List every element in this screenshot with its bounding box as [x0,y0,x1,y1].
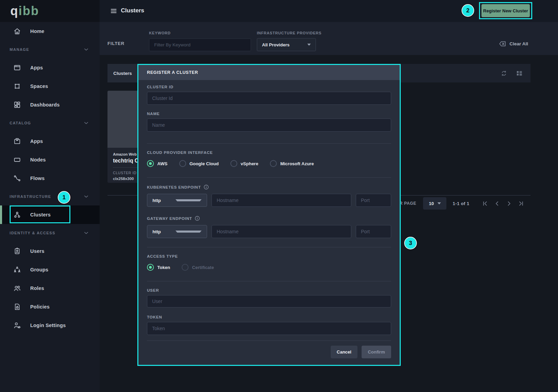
tab-clusters[interactable]: Clusters [107,64,138,82]
cloud-provider-label: CLOUD PROVIDER INTERFACE [147,150,391,155]
annotation-step-1: 1 [58,191,70,204]
gateway-port-input[interactable] [356,225,391,238]
sidebar-item-home[interactable]: Home [0,22,100,41]
sidebar-item-label: Home [30,29,44,34]
radio-label: Token [157,265,170,270]
name-field-label: NAME [147,112,391,116]
sidebar: qibb Home MANAGE Apps Spaces Dashboards … [0,0,100,392]
sidebar-item-apps-manage[interactable]: Apps [0,58,100,77]
radio-aws[interactable]: AWS [147,160,168,167]
providers-label: INFRASTRUCTURE PROVIDERS [257,31,322,35]
sidebar-item-clusters[interactable]: Clusters [0,205,100,224]
sidebar-section-infrastructure[interactable]: INFRASTRUCTURE [0,188,100,205]
protocol-value: http [152,229,175,234]
name-input[interactable] [147,119,391,132]
confirm-button-disabled[interactable]: Confirm [362,346,391,358]
sidebar-item-label: Roles [30,285,44,291]
gateway-endpoint-label: GATEWAY ENDPOINT [147,216,391,221]
kubernetes-endpoint-label-text: KUBERNETES ENDPOINT [147,185,201,189]
filter-bar: FILTER KEYWORD INFRASTRUCTURE PROVIDERS … [100,22,558,55]
sidebar-item-nodes[interactable]: Nodes [0,150,100,169]
protocol-value: http [152,198,175,203]
modal-footer: Cancel Confirm [147,340,391,358]
sidebar-item-groups[interactable]: Groups [0,260,100,279]
sidebar-item-label: Users [30,248,44,254]
sidebar-item-apps-catalog[interactable]: Apps [0,132,100,150]
radio-unselected-icon [230,160,237,167]
kubernetes-hostname-input[interactable] [212,194,351,207]
nodes-icon [13,156,21,164]
token-input[interactable] [147,322,391,335]
last-page-icon[interactable] [518,200,524,207]
topbar: Clusters Register New Cluster [100,0,558,22]
sidebar-section-manage[interactable]: MANAGE [0,41,100,58]
chevron-down-icon [83,46,89,53]
gateway-protocol-dropdown[interactable]: http [147,225,207,238]
radio-unselected-icon [179,160,186,167]
user-input[interactable] [147,295,391,307]
sidebar-item-login-settings[interactable]: Login Settings [0,316,100,335]
sidebar-item-roles[interactable]: Roles [0,279,100,298]
radio-label: Google Cloud [190,161,219,166]
info-icon[interactable] [204,184,209,190]
kubernetes-port-input[interactable] [356,194,391,207]
user-badge-icon [13,247,21,255]
register-new-cluster-button[interactable]: Register New Cluster [481,4,530,17]
per-page-dropdown[interactable]: 10 [423,197,446,210]
sidebar-item-policies[interactable]: Policies [0,298,100,316]
radio-microsoft-azure[interactable]: Microsoft Azure [270,160,314,167]
providers-dropdown[interactable]: All Providers [257,38,316,51]
modal-title: REGISTER A CLUSTER [147,70,198,75]
radio-token[interactable]: Token [147,264,170,271]
section-divider [147,247,391,247]
home-icon [13,27,21,35]
sidebar-item-label: Policies [30,304,49,310]
dashboards-icon [13,101,21,109]
clear-all-button[interactable]: Clear All [499,41,528,47]
chevron-down-icon [83,193,89,200]
policy-lock-document-icon [13,303,21,311]
sidebar-item-dashboards[interactable]: Dashboards [0,96,100,114]
kubernetes-endpoint-row: http [147,194,391,207]
caret-down-icon [307,44,311,46]
radio-label: vSphere [241,161,258,166]
sidebar-item-label: Apps [30,65,43,70]
first-page-icon[interactable] [482,200,488,207]
radio-google-cloud[interactable]: Google Cloud [179,160,219,167]
next-page-icon[interactable] [506,200,512,207]
gateway-hostname-input[interactable] [212,225,351,238]
grid-list-view-icon[interactable] [516,70,523,77]
radio-vsphere[interactable]: vSphere [230,160,258,167]
window-apps-icon [13,64,21,72]
sidebar-item-flows[interactable]: Flows [0,169,100,188]
menu-icon[interactable] [110,7,117,15]
prev-page-icon[interactable] [494,200,500,207]
spaces-icon [13,82,21,90]
section-divider [147,143,391,144]
sidebar-item-spaces[interactable]: Spaces [0,77,100,96]
pagination-range: 1-1 of 1 [453,201,469,206]
flows-icon [13,174,21,182]
refresh-icon[interactable] [500,70,508,77]
caret-down-icon [175,231,202,233]
register-cluster-modal: REGISTER A CLUSTER CLUSTER ID NAME CLOUD… [137,64,401,366]
radio-label: AWS [157,161,168,166]
logo-area: qibb [0,0,100,22]
info-icon[interactable] [195,216,200,221]
cancel-button[interactable]: Cancel [331,346,358,358]
access-type-options: Token Certificate [147,264,391,271]
sidebar-item-users[interactable]: Users [0,242,100,260]
panel-actions [500,64,523,82]
radio-unselected-icon [270,160,277,167]
sidebar-section-catalog[interactable]: CATALOG [0,114,100,132]
per-page-value: 10 [429,201,434,206]
annotation-step-3: 3 [404,237,417,249]
keyword-search-input[interactable] [149,38,251,51]
modal-header: REGISTER A CLUSTER [138,65,400,80]
section-label: MANAGE [10,47,29,52]
qibb-logo: qibb [10,5,39,17]
cluster-id-input[interactable] [147,92,391,105]
sidebar-section-identity[interactable]: IDENTITY & ACCESS [0,224,100,242]
annotation-step-2: 2 [462,4,474,17]
kubernetes-protocol-dropdown[interactable]: http [147,194,207,207]
